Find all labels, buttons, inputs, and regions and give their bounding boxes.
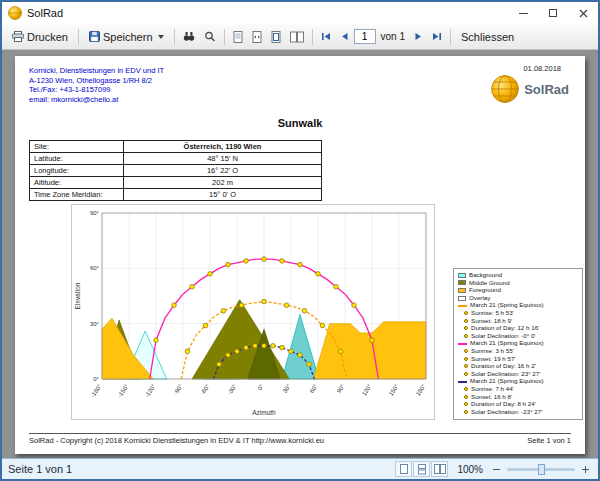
toolbar-separator	[312, 29, 313, 45]
previous-page-button[interactable]	[336, 29, 353, 44]
legend-item: Sunrise: 5 h 53'	[464, 310, 578, 317]
legend-label: Overlay	[469, 295, 490, 302]
window-title: SolRad	[27, 7, 63, 19]
page-original-icon	[233, 31, 243, 43]
svg-text:30°: 30°	[282, 383, 292, 394]
continuous-view-button[interactable]	[413, 461, 430, 477]
zoom-slider-thumb[interactable]	[538, 464, 545, 475]
legend-label: Sunrise: 3 h 55'	[471, 348, 514, 355]
facing-pages-view-button[interactable]	[431, 461, 448, 477]
last-page-icon	[432, 32, 442, 41]
preview-area[interactable]: Kornicki, Dienstleistungen in EDV und IT…	[2, 50, 598, 458]
legend-label: Duration of Day: 16 h 2'	[471, 363, 536, 370]
legend-label: March 21 (Spring Equinox)	[470, 340, 544, 347]
svg-text:Elevation: Elevation	[74, 282, 81, 309]
continuous-view-icon	[418, 464, 426, 475]
save-label: Speichern	[103, 31, 153, 43]
save-button[interactable]: Speichern	[83, 28, 170, 46]
brand-name: SolRad	[524, 82, 569, 97]
legend-item: Sunset: 16 h 8'	[464, 394, 578, 401]
close-preview-button[interactable]: Schliessen	[455, 28, 520, 46]
legend-square-icon	[458, 288, 466, 293]
legend-label: Foreground	[469, 287, 501, 294]
page-count-label: von 1	[381, 31, 405, 42]
footer-page-number: Seite 1 von 1	[527, 436, 571, 445]
latitude-value: 48° 15' N	[124, 153, 322, 165]
page-number-input[interactable]	[354, 29, 376, 44]
svg-text:Azimuth: Azimuth	[252, 409, 276, 416]
svg-text:-60°: -60°	[200, 383, 212, 396]
legend-dot-icon	[464, 410, 468, 414]
save-dropdown-caret-icon[interactable]	[158, 35, 164, 39]
site-value: Österreich, 1190 Wien	[124, 141, 322, 153]
legend-label: Background	[469, 272, 502, 279]
legend-item: March 21 (Spring Equinox)	[458, 340, 578, 347]
first-page-button[interactable]	[317, 29, 335, 44]
find-button[interactable]	[179, 28, 199, 45]
table-row: Time Zone Meridian: 15° 0' O	[30, 189, 322, 201]
page-width-button[interactable]	[248, 28, 266, 46]
legend-dot-icon	[464, 387, 468, 391]
legend-label: Solar Declination: 23° 27'	[471, 371, 540, 378]
maximize-button[interactable]	[538, 2, 568, 24]
window-controls	[508, 2, 598, 24]
whole-page-icon	[271, 31, 281, 43]
legend-dot-icon	[464, 349, 468, 353]
table-row: Altitude: 202 m	[30, 177, 322, 189]
last-page-button[interactable]	[428, 29, 446, 44]
legend-label: Solar Declination: -23° 27'	[471, 409, 542, 416]
next-page-icon	[414, 32, 423, 41]
report-title: Sunwalk	[15, 117, 585, 129]
preview-toolbar: Drucken Speichern	[2, 24, 598, 50]
altitude-label: Altitude:	[30, 177, 124, 189]
page-original-size-button[interactable]	[229, 28, 247, 46]
sun-chart: -180°-150°-120°-90°-60°-30°0°30°60°90°12…	[72, 205, 434, 419]
svg-text:180°: 180°	[415, 383, 427, 397]
brand-block: SolRad	[491, 75, 569, 103]
legend-dot-icon	[464, 334, 468, 338]
svg-text:60°: 60°	[309, 383, 319, 394]
two-pages-button[interactable]	[286, 28, 308, 46]
find-binoculars-icon	[183, 31, 195, 42]
svg-text:-150°: -150°	[117, 383, 131, 399]
close-button[interactable]	[568, 2, 598, 24]
minimize-button[interactable]	[508, 2, 538, 24]
previous-page-icon	[340, 32, 349, 41]
print-button[interactable]: Drucken	[6, 28, 74, 46]
site-label: Site:	[30, 141, 124, 153]
statusbar-zoom-controls: 100%	[394, 461, 592, 477]
meridian-label: Time Zone Meridian:	[30, 189, 124, 201]
meridian-value: 15° 0' O	[124, 189, 322, 201]
legend-item: Solar Declination: -23° 27'	[464, 409, 578, 416]
toolbar-separator	[224, 29, 225, 45]
legend-line-icon	[458, 305, 467, 307]
svg-text:90°: 90°	[90, 210, 100, 216]
svg-text:30°: 30°	[90, 321, 100, 327]
statusbar: Seite 1 von 1 100%	[2, 458, 598, 479]
svg-text:0°: 0°	[257, 383, 266, 392]
legend-line-icon	[458, 381, 467, 383]
company-line: A-1230 Wien, Othellogasse 1/RH 8/2	[29, 76, 164, 86]
legend-dot-icon	[464, 357, 468, 361]
legend-box: BackgroundMiddle GroundForegroundOverlay…	[453, 268, 583, 420]
legend-label: Sunrise: 5 h 53'	[471, 310, 514, 317]
company-line: Kornicki, Dienstleistungen in EDV und IT	[29, 66, 164, 76]
zoom-button[interactable]	[200, 28, 220, 45]
two-pages-icon	[290, 31, 304, 43]
legend-item: Solar Declination: -0° 0'	[464, 333, 578, 340]
whole-page-button[interactable]	[267, 28, 285, 46]
printer-icon	[12, 31, 24, 42]
legend-item: Sunset: 18 h 9'	[464, 318, 578, 325]
zoom-in-button[interactable]	[579, 463, 592, 476]
legend-line-icon	[458, 343, 467, 345]
maximize-icon	[549, 9, 557, 17]
page-footer: SolRad - Copyright (c) 2018 Kornicki Die…	[29, 433, 571, 445]
legend-square-icon	[458, 273, 466, 278]
app-sun-icon	[8, 6, 22, 20]
legend-label: Solar Declination: -0° 0'	[471, 333, 536, 340]
single-page-view-button[interactable]	[395, 461, 412, 477]
zoom-slider[interactable]	[507, 468, 575, 471]
next-page-button[interactable]	[410, 29, 427, 44]
legend-label: Middle Ground	[469, 280, 510, 287]
zoom-out-button[interactable]	[490, 463, 503, 476]
